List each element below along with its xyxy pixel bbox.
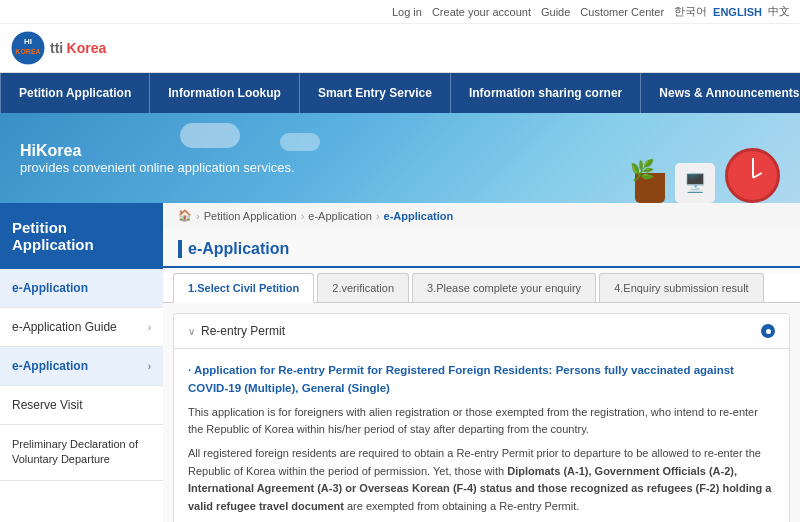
card-para-1: This application is for foreigners with … [188,404,775,439]
nav-news[interactable]: News & Announcements [641,73,800,113]
cloud-decoration-1 [180,123,240,148]
breadcrumb: 🏠 › Petition Application › e-Application… [163,203,800,228]
hero-decorations: 🖥️ [635,148,780,203]
breadcrumb-petition[interactable]: Petition Application [204,210,297,222]
nav-petition[interactable]: Petition Application [0,73,150,113]
logo-korea-text: Korea [67,40,107,56]
breadcrumb-sep-3: › [376,210,380,222]
login-link[interactable]: Log in [392,6,422,18]
guide-link[interactable]: Guide [541,6,570,18]
svg-text:KOREA: KOREA [15,48,40,55]
breadcrumb-sep-1: › [196,210,200,222]
sidebar-item-reserve-visit[interactable]: Reserve Visit [0,386,163,425]
clock-icon [725,148,780,203]
page-title: e-Application [163,228,800,268]
top-bar: Log in Create your account Guide Custome… [0,0,800,24]
site-logo[interactable]: HI KOREA tti Korea [10,30,106,66]
title-bar-icon [178,240,182,258]
tab-bar: 1.Select Civil Petition 2.verification 3… [163,273,800,303]
sidebar-item-eapplication-2[interactable]: e-Application › [0,347,163,386]
sidebar: Petition Application e-Application e-App… [0,203,163,522]
home-icon[interactable]: 🏠 [178,209,192,222]
chevron-down-icon: ∨ [188,326,195,337]
sidebar-item-eapplication[interactable]: e-Application [0,269,163,308]
sidebar-item-eapplication-guide[interactable]: e-Application Guide › [0,308,163,347]
hero-text: HiKorea provides convenient online appli… [20,142,295,175]
lang-en[interactable]: ENGLISH [713,6,762,18]
chevron-right-icon: › [148,322,151,333]
card-title: · Application for Re-entry Permit for Re… [188,361,775,398]
create-account-link[interactable]: Create your account [432,6,531,18]
hero-banner: HiKorea provides convenient online appli… [0,113,800,203]
lang-ko[interactable]: 한국어 [674,4,707,19]
tab-select-petition[interactable]: 1.Select Civil Petition [173,273,314,303]
application-card: · Application for Re-entry Permit for Re… [174,349,789,522]
content-wrapper: Petition Application e-Application e-App… [0,203,800,522]
lang-zh[interactable]: 中文 [768,4,790,19]
logo-bar: HI KOREA tti Korea [0,24,800,73]
hero-title: HiKorea [20,142,295,160]
tab-complete-enquiry[interactable]: 3.Please complete your enquiry [412,273,596,302]
accordion-header[interactable]: ∨ Re-entry Permit [174,314,789,349]
sidebar-item-preliminary[interactable]: Preliminary Declaration of Voluntary Dep… [0,425,163,481]
breadcrumb-current: e-Application [384,210,454,222]
cloud-decoration-2 [280,133,320,151]
card-para-2: All registered foreign residents are req… [188,445,775,515]
nav-smart-entry[interactable]: Smart Entry Service [300,73,451,113]
nav-info-sharing[interactable]: Information sharing corner [451,73,641,113]
breadcrumb-eapp[interactable]: e-Application [308,210,372,222]
accordion: ∨ Re-entry Permit · Application for Re-e… [173,313,790,522]
nav-lookup[interactable]: Information Lookup [150,73,300,113]
chevron-right-icon-2: › [148,361,151,372]
radio-selected-icon[interactable] [761,324,775,338]
accordion-label: Re-entry Permit [201,324,285,338]
sidebar-header: Petition Application [0,203,163,269]
logo-icon: HI KOREA [10,30,46,66]
tab-submission-result[interactable]: 4.Enquiry submission result [599,273,764,302]
main-content: 🏠 › Petition Application › e-Application… [163,203,800,522]
hero-subtitle: provides convenient online application s… [20,160,295,175]
plant-icon [635,173,665,203]
tab-verification[interactable]: 2.verification [317,273,409,302]
svg-text:HI: HI [24,37,32,46]
customer-center-link[interactable]: Customer Center [580,6,664,18]
breadcrumb-sep-2: › [301,210,305,222]
desk-icon: 🖥️ [675,163,715,203]
logo-tti: tti [50,40,63,56]
main-nav: Petition Application Information Lookup … [0,73,800,113]
